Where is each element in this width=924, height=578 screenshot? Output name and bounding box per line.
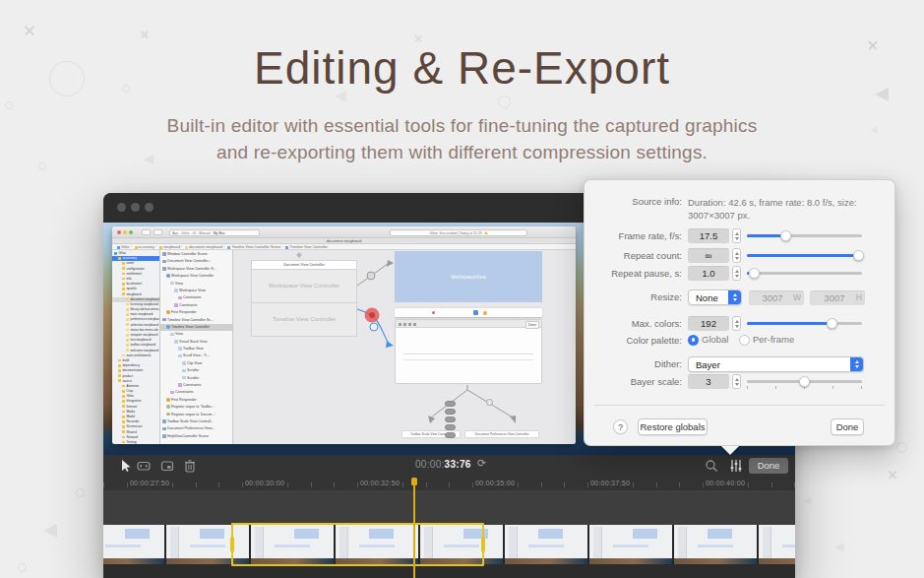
xcode-file-navigator: Gifoxaccessoryassetconfigurationentitlem… — [112, 250, 160, 444]
frame-rate-field[interactable]: 17.5 — [688, 228, 729, 243]
xcode-file-row[interactable]: Testing — [112, 440, 159, 444]
xcode-outline-row[interactable]: HelpViewController Scene — [160, 433, 232, 440]
xcode-outline-row[interactable]: View — [160, 331, 232, 338]
xcode-outline-row[interactable]: Constraints — [160, 382, 232, 389]
xcode-outline-row[interactable]: Toolbar View — [160, 346, 232, 353]
film-frame[interactable] — [759, 525, 795, 564]
xcode-outline-row[interactable]: Workspace View Controller — [160, 273, 232, 280]
file-name: build — [122, 358, 129, 362]
repeat-count-field[interactable]: ∞ — [688, 248, 729, 263]
repeat-pause-field[interactable]: 1.0 — [688, 266, 729, 281]
workspace-vc-cell: Workspace View Controller — [251, 270, 357, 303]
xcode-close-button — [117, 230, 121, 234]
file-name: accessory — [122, 256, 136, 260]
outline-item-name: Workspace View Controller — [171, 274, 214, 278]
cursor-tool-icon[interactable] — [119, 459, 133, 473]
bayer-scale-stepper[interactable] — [732, 374, 741, 389]
repeat-pause-stepper[interactable] — [732, 266, 741, 281]
trim-tool-icon[interactable] — [137, 459, 151, 473]
xcode-outline-row[interactable]: Timeline View Controller — [160, 324, 232, 331]
xcode-outline-row[interactable]: Clip View — [160, 360, 232, 367]
xcode-outline-row[interactable]: Scroll View - Ti... — [160, 353, 232, 359]
palette-perframe-label: Per-frame — [753, 334, 794, 345]
jump-bar-separator: › — [280, 245, 283, 249]
bayer-scale-field[interactable]: 3 — [688, 374, 729, 389]
xcode-outline-row[interactable]: Scroller — [160, 375, 232, 382]
timecode-prefix: 00:00: — [415, 459, 445, 470]
palette-perframe-radio[interactable]: Per-frame — [739, 334, 794, 346]
resize-dropdown[interactable]: None — [688, 289, 742, 305]
frame-rate-slider[interactable] — [747, 228, 862, 243]
window-close-button[interactable] — [117, 203, 126, 212]
timeline-selection[interactable] — [231, 523, 484, 566]
xcode-outline-row[interactable]: First Responder — [160, 397, 232, 404]
xcode-outline-row[interactable]: First Responder — [160, 309, 232, 316]
xcode-toolbar: App - Gifox - UI - Manual My Mac Gifox: … — [112, 226, 576, 238]
max-colors-field[interactable]: 192 — [688, 316, 729, 331]
folder-icon — [122, 390, 125, 393]
slider-thumb[interactable] — [799, 376, 810, 387]
max-colors-stepper[interactable] — [732, 316, 741, 331]
file-name: Model — [126, 415, 135, 418]
timeline-done-button[interactable]: Done — [749, 458, 788, 474]
overlay-tool-icon[interactable] — [160, 459, 174, 473]
xcode-outline-row[interactable]: Workspace View — [160, 288, 232, 294]
timeline-ruler[interactable]: 00:00:27:5000:00:30:0000:00:32:5000:00:3… — [103, 477, 795, 490]
xcode-document-outline: Window Controller SceneDocument View Con… — [160, 250, 233, 444]
playhead[interactable] — [413, 478, 415, 578]
xcode-outline-row[interactable]: Constraints — [160, 294, 232, 301]
xcode-outline-row[interactable]: Document View Controller... — [160, 258, 232, 265]
xcode-outline-row[interactable]: Register segue to 'Toolba...' — [160, 404, 232, 411]
window-minimize-button[interactable] — [131, 203, 140, 212]
decor-x-icon — [24, 25, 35, 36]
resize-height-value: 3007 — [813, 290, 856, 305]
file-name: storyboard — [126, 292, 141, 296]
xcode-outline-row[interactable]: Timeline View Controller Sc... — [160, 317, 232, 324]
film-frame[interactable] — [674, 525, 757, 564]
delete-tool-icon[interactable] — [183, 459, 197, 473]
xcode-outline-row[interactable]: Visual Stack View — [160, 339, 232, 346]
selection-right-handle[interactable] — [481, 537, 485, 552]
export-settings-icon[interactable] — [729, 459, 743, 473]
help-button[interactable]: ? — [613, 419, 628, 434]
xcode-outline-row[interactable]: Constraints — [160, 302, 232, 309]
xcode-outline-row[interactable]: Window Controller Scene — [160, 251, 232, 258]
playhead-handle[interactable] — [411, 478, 417, 485]
xcode-outline-row[interactable]: Register segue to 'Docum...' — [160, 412, 232, 418]
slider-thumb[interactable] — [780, 230, 791, 241]
xcode-outline-row[interactable]: Scroller — [160, 367, 232, 374]
radio-unselected-icon — [739, 335, 750, 346]
ruler-tick — [794, 482, 795, 487]
slider-thumb[interactable] — [827, 318, 837, 329]
xcode-outline-row[interactable]: Document Preferences View... — [160, 425, 232, 432]
film-frame[interactable] — [505, 525, 587, 564]
dither-dropdown[interactable]: Bayer — [688, 356, 864, 372]
export-settings-popover: Source info: Duration: 42.6 s, frame rat… — [584, 179, 895, 446]
segue-badge — [445, 409, 456, 415]
file-icon — [126, 349, 129, 352]
selection-left-handle[interactable] — [230, 537, 234, 552]
slider-thumb[interactable] — [749, 268, 760, 279]
palette-global-radio[interactable]: Global — [688, 334, 728, 346]
xcode-outline-row[interactable]: Toolbar Scale View Controll... — [160, 418, 232, 425]
xcode-outline-row[interactable]: View — [160, 281, 232, 288]
film-frame[interactable] — [589, 525, 672, 564]
zoom-timeline-icon[interactable] — [705, 459, 718, 473]
frame-rate-stepper[interactable] — [732, 228, 741, 243]
loop-icon[interactable]: ⟳ — [477, 457, 486, 470]
repeat-pause-slider[interactable] — [747, 266, 862, 281]
xcode-outline-row[interactable]: Constraints — [160, 389, 232, 396]
xcode-outline-row[interactable]: Workspace View Controller S... — [160, 266, 232, 273]
window-zoom-button[interactable] — [145, 203, 154, 212]
repeat-count-slider[interactable] — [747, 248, 862, 263]
repeat-count-stepper[interactable] — [732, 248, 741, 263]
bayer-scale-slider[interactable] — [747, 374, 862, 389]
max-colors-slider[interactable] — [747, 316, 862, 331]
film-frame[interactable] — [103, 525, 164, 564]
slider-thumb[interactable] — [853, 250, 864, 261]
decor-circle — [896, 442, 907, 453]
popover-done-button[interactable]: Done — [831, 418, 864, 435]
restore-globals-button[interactable]: Restore globals — [638, 418, 708, 435]
repeat-pause-label: Repeat pause, s: — [585, 268, 682, 279]
timeline-track-area[interactable] — [103, 490, 795, 525]
